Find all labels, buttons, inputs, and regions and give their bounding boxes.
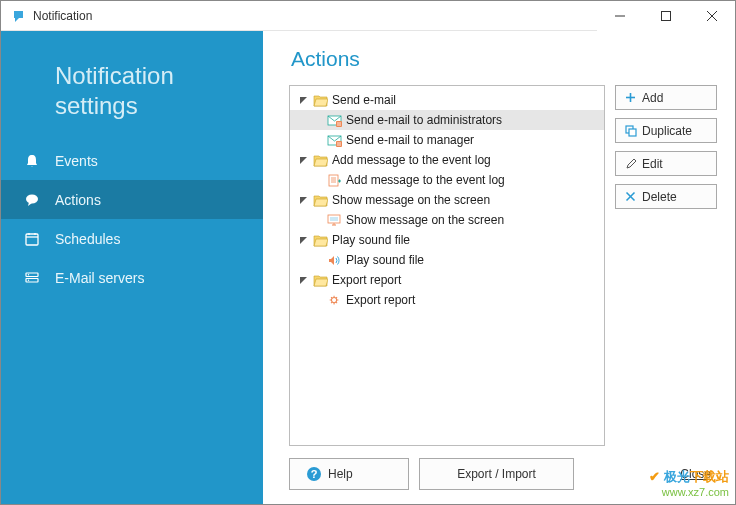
expander-icon[interactable]	[296, 193, 310, 207]
actions-tree[interactable]: Send e-mail Send e-mail to administrator…	[289, 85, 605, 446]
sidebar-item-email-servers[interactable]: E-Mail servers	[1, 258, 263, 297]
folder-icon	[312, 192, 328, 208]
sidebar-item-label: Schedules	[55, 231, 120, 247]
tree-folder-screen-message[interactable]: Show message on the screen	[290, 190, 604, 210]
folder-icon	[312, 152, 328, 168]
server-icon	[23, 269, 41, 287]
folder-icon	[312, 232, 328, 248]
plus-icon	[624, 91, 637, 104]
calendar-icon	[23, 230, 41, 248]
folder-icon	[312, 92, 328, 108]
svg-point-12	[28, 279, 29, 280]
tree-label: Add message to the event log	[346, 173, 505, 187]
duplicate-icon	[624, 124, 637, 137]
svg-rect-5	[26, 234, 38, 245]
svg-rect-9	[26, 273, 38, 277]
svg-rect-22	[330, 217, 338, 221]
tree-folder-event-log[interactable]: Add message to the event log	[290, 150, 604, 170]
tree-item-sound[interactable]: Play sound file	[290, 250, 604, 270]
x-icon	[624, 190, 637, 203]
sidebar-item-actions[interactable]: Actions	[1, 180, 263, 219]
button-label: Delete	[642, 190, 677, 204]
tree-folder-sound[interactable]: Play sound file	[290, 230, 604, 250]
button-label: Help	[328, 467, 353, 481]
mail-icon	[326, 112, 342, 128]
mail-icon	[326, 132, 342, 148]
maximize-button[interactable]	[643, 1, 689, 31]
minimize-button[interactable]	[597, 1, 643, 31]
titlebar: Notification	[1, 1, 735, 31]
svg-point-11	[28, 274, 29, 275]
bell-icon	[23, 152, 41, 170]
gear-icon	[326, 292, 342, 308]
page-title: Actions	[289, 47, 717, 71]
svg-rect-17	[329, 175, 338, 186]
svg-rect-10	[26, 278, 38, 282]
tree-item-email-manager[interactable]: Send e-mail to manager	[290, 130, 604, 150]
svg-rect-14	[336, 121, 342, 127]
button-label: Export / Import	[457, 467, 536, 481]
tree-item-email-admins[interactable]: Send e-mail to administrators	[290, 110, 604, 130]
tree-item-export[interactable]: Export report	[290, 290, 604, 310]
tree-label: Show message on the screen	[332, 193, 490, 207]
content-panel: Actions Send e-mail Send e-mail to admin…	[263, 31, 735, 504]
bottom-bar: ? Help Export / Import Close	[289, 458, 717, 490]
sidebar-item-label: E-Mail servers	[55, 270, 144, 286]
sidebar-item-events[interactable]: Events	[1, 141, 263, 180]
sidebar-heading: Notificationsettings	[1, 31, 263, 141]
tree-label: Show message on the screen	[346, 213, 504, 227]
close-window-button[interactable]	[689, 1, 735, 31]
monitor-icon	[326, 212, 342, 228]
pencil-icon	[624, 157, 637, 170]
window-title: Notification	[33, 9, 92, 23]
help-icon: ?	[306, 466, 322, 482]
expander-icon[interactable]	[296, 273, 310, 287]
svg-rect-16	[336, 141, 342, 147]
speech-icon	[23, 191, 41, 209]
expander-icon[interactable]	[296, 153, 310, 167]
button-label: Edit	[642, 157, 663, 171]
tree-label: Export report	[332, 273, 401, 287]
tree-label: Play sound file	[346, 253, 424, 267]
help-button[interactable]: ? Help	[289, 458, 409, 490]
edit-button[interactable]: Edit	[615, 151, 717, 176]
svg-text:?: ?	[311, 468, 318, 480]
sidebar-item-label: Actions	[55, 192, 101, 208]
duplicate-button[interactable]: Duplicate	[615, 118, 717, 143]
log-icon	[326, 172, 342, 188]
folder-icon	[312, 272, 328, 288]
app-icon	[11, 8, 27, 24]
button-label: Duplicate	[642, 124, 692, 138]
tree-label: Send e-mail to administrators	[346, 113, 502, 127]
tree-label: Add message to the event log	[332, 153, 491, 167]
speaker-icon	[326, 252, 342, 268]
tree-label: Export report	[346, 293, 415, 307]
delete-button[interactable]: Delete	[615, 184, 717, 209]
tree-folder-export[interactable]: Export report	[290, 270, 604, 290]
tree-label: Send e-mail	[332, 93, 396, 107]
add-button[interactable]: Add	[615, 85, 717, 110]
svg-rect-29	[629, 129, 636, 136]
tree-item-event-log[interactable]: Add message to the event log	[290, 170, 604, 190]
expander-icon[interactable]	[296, 233, 310, 247]
side-buttons: Add Duplicate Edit Delete	[615, 85, 717, 446]
button-label: Add	[642, 91, 663, 105]
sidebar-item-label: Events	[55, 153, 98, 169]
sidebar-item-schedules[interactable]: Schedules	[1, 219, 263, 258]
expander-icon[interactable]	[296, 93, 310, 107]
tree-item-screen-message[interactable]: Show message on the screen	[290, 210, 604, 230]
sidebar: Notificationsettings Events Actions Sche…	[1, 31, 263, 504]
tree-folder-send-email[interactable]: Send e-mail	[290, 90, 604, 110]
tree-label: Send e-mail to manager	[346, 133, 474, 147]
svg-point-4	[26, 194, 38, 203]
tree-label: Play sound file	[332, 233, 410, 247]
close-link[interactable]: Close	[674, 467, 717, 481]
export-import-button[interactable]: Export / Import	[419, 458, 574, 490]
svg-rect-1	[662, 11, 671, 20]
